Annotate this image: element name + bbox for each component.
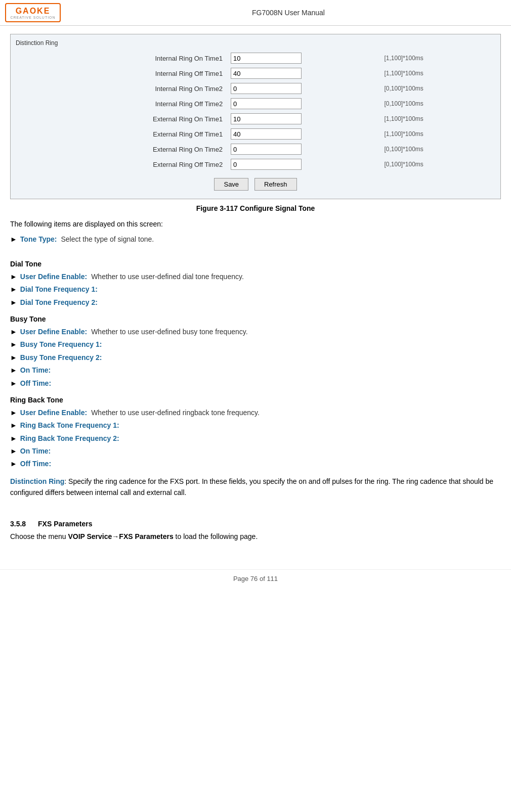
- dial-tone-block: ► User Define Enable: Whether to use use…: [10, 271, 501, 308]
- arrow-icon: ►: [10, 433, 17, 444]
- term-row: ► User Define Enable: Whether to use use…: [10, 407, 501, 418]
- term-row: ► Ring Back Tone Frequency 1:: [10, 420, 501, 431]
- section-358-text: Choose the menu VOIP Service→FXS Paramet…: [10, 531, 501, 542]
- main-content: Distinction Ring Internal Ring On Time1 …: [0, 26, 511, 554]
- row-label: External Ring On Time1: [16, 111, 227, 126]
- intro-text: The following items are displayed on thi…: [10, 218, 501, 230]
- arrow-icon: ►: [10, 365, 17, 376]
- s358-bold2: FXS Parameters: [119, 532, 173, 540]
- dial-tone-heading: Dial Tone: [10, 260, 501, 268]
- term-desc: Whether to use user-defined busy tone fr…: [91, 326, 247, 337]
- row-label: External Ring On Time2: [16, 142, 227, 157]
- form-row: Internal Ring On Time1 [1,100]*100ms: [16, 51, 495, 66]
- term-desc: Whether to use user-defined dial tone fr…: [91, 271, 244, 282]
- subsection-358: 3.5.8 FXS Parameters: [10, 520, 501, 528]
- arrow-icon: ►: [10, 234, 17, 245]
- ring-back-heading: Ring Back Tone: [10, 396, 501, 404]
- save-button[interactable]: Save: [214, 178, 248, 191]
- figure-caption: Figure 3-117 Configure Signal Tone: [10, 204, 501, 212]
- row-input[interactable]: [231, 113, 302, 124]
- row-input-cell[interactable]: [227, 157, 380, 172]
- page-number: Page 76 of 111: [233, 575, 278, 582]
- ring-back-block: ► User Define Enable: Whether to use use…: [10, 407, 501, 470]
- term-row: ► Busy Tone Frequency 2:: [10, 352, 501, 363]
- term-label: Busy Tone Frequency 2:: [20, 352, 102, 363]
- logo: GAOKE CREATIVE SOLUTION: [5, 3, 61, 22]
- form-row: External Ring On Time1 [1,100]*100ms: [16, 111, 495, 126]
- term-row: ► On Time:: [10, 445, 501, 457]
- term-row: ► Ring Back Tone Frequency 2:: [10, 433, 501, 444]
- row-label: Internal Ring On Time1: [16, 51, 227, 66]
- row-input[interactable]: [231, 128, 302, 140]
- form-row: External Ring Off Time1 [1,100]*100ms: [16, 126, 495, 142]
- form-table: Internal Ring On Time1 [1,100]*100ms Int…: [16, 51, 495, 172]
- button-row: Save Refresh: [16, 178, 495, 194]
- row-hint: [0,100]*100ms: [380, 81, 495, 96]
- arrow-icon: ►: [10, 378, 17, 389]
- row-hint: [0,100]*100ms: [380, 142, 495, 157]
- term-label: On Time:: [20, 445, 51, 457]
- arrow-icon: ►: [10, 297, 17, 308]
- row-input-cell[interactable]: [227, 81, 380, 96]
- busy-tone-heading: Busy Tone: [10, 315, 501, 323]
- form-row: Internal Ring Off Time2 [0,100]*100ms: [16, 96, 495, 111]
- page-header: GAOKE CREATIVE SOLUTION FG7008N User Man…: [0, 0, 511, 26]
- s358-text1: Choose the menu: [10, 532, 68, 540]
- form-row: External Ring Off Time2 [0,100]*100ms: [16, 157, 495, 172]
- header-title: FG7008N User Manual: [71, 9, 506, 17]
- form-row: External Ring On Time2 [0,100]*100ms: [16, 142, 495, 157]
- row-input[interactable]: [231, 159, 302, 170]
- row-input[interactable]: [231, 68, 302, 79]
- arrow-icon: ►: [10, 445, 17, 457]
- term-label: On Time:: [20, 365, 51, 376]
- s358-arrow: →: [112, 532, 119, 540]
- logo-sub: CREATIVE SOLUTION: [10, 16, 55, 19]
- arrow-icon: ►: [10, 458, 17, 469]
- row-input-cell[interactable]: [227, 111, 380, 126]
- subsection-358-num: 3.5.8: [10, 520, 26, 528]
- s358-text2: to load the following page.: [174, 532, 258, 540]
- row-hint: [1,100]*100ms: [380, 111, 495, 126]
- row-input[interactable]: [231, 98, 302, 109]
- row-input[interactable]: [231, 83, 302, 94]
- s358-bold1: VOIP Service: [68, 532, 112, 540]
- arrow-icon: ►: [10, 326, 17, 337]
- arrow-icon: ►: [10, 271, 17, 282]
- arrow-icon: ►: [10, 284, 17, 295]
- form-row: Internal Ring Off Time1 [1,100]*100ms: [16, 66, 495, 81]
- term-row: ► User Define Enable: Whether to use use…: [10, 271, 501, 282]
- distinction-ring-para: Distinction Ring: Specify the ring caden…: [10, 476, 501, 499]
- row-input-cell[interactable]: [227, 126, 380, 142]
- term-label: Ring Back Tone Frequency 1:: [20, 420, 119, 431]
- term-label: Dial Tone Frequency 2:: [20, 297, 98, 308]
- row-label: Internal Ring Off Time2: [16, 96, 227, 111]
- row-hint: [1,100]*100ms: [380, 51, 495, 66]
- row-input[interactable]: [231, 53, 302, 64]
- distinction-ring-para-text: : Specify the ring cadence for the FXS p…: [10, 477, 493, 497]
- term-label: Busy Tone Frequency 1:: [20, 339, 102, 350]
- distinction-ring-term: Distinction Ring: [10, 477, 64, 485]
- row-hint: [0,100]*100ms: [380, 96, 495, 111]
- refresh-button[interactable]: Refresh: [254, 178, 297, 191]
- page-footer: Page 76 of 111: [0, 569, 511, 588]
- term-label: User Define Enable:: [20, 326, 87, 337]
- arrow-icon: ►: [10, 339, 17, 350]
- row-hint: [0,100]*100ms: [380, 157, 495, 172]
- row-label: External Ring Off Time1: [16, 126, 227, 142]
- row-input-cell[interactable]: [227, 66, 380, 81]
- form-row: Internal Ring On Time2 [0,100]*100ms: [16, 81, 495, 96]
- row-label: Internal Ring Off Time1: [16, 66, 227, 81]
- term-row: ► User Define Enable: Whether to use use…: [10, 326, 501, 337]
- busy-tone-block: ► User Define Enable: Whether to use use…: [10, 326, 501, 389]
- term-row: ► Off Time:: [10, 458, 501, 469]
- row-hint: [1,100]*100ms: [380, 66, 495, 81]
- arrow-icon: ►: [10, 407, 17, 418]
- tone-type-label: Tone Type:: [20, 234, 57, 245]
- row-input[interactable]: [231, 144, 302, 155]
- arrow-icon: ►: [10, 352, 17, 363]
- row-input-cell[interactable]: [227, 142, 380, 157]
- row-label: Internal Ring On Time2: [16, 81, 227, 96]
- row-input-cell[interactable]: [227, 96, 380, 111]
- term-label: Off Time:: [20, 458, 51, 469]
- row-input-cell[interactable]: [227, 51, 380, 66]
